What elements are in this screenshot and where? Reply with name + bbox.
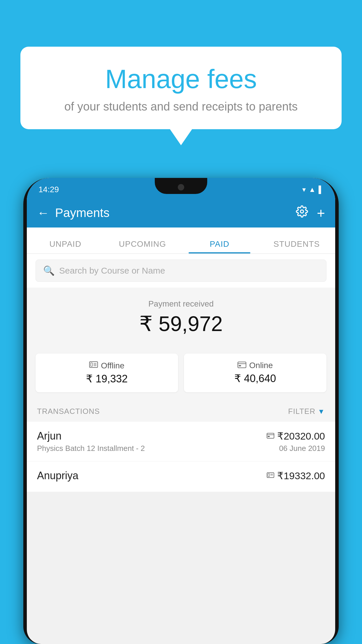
tab-paid[interactable]: PAID [181,239,258,253]
svg-point-0 [301,210,304,213]
online-amount: ₹ 40,640 [190,372,321,385]
tabs-bar: UNPAID UPCOMING PAID STUDENTS [27,228,335,254]
payment-received-label: Payment received [36,299,326,309]
payment-received-amount: ₹ 59,972 [36,312,326,336]
transaction-amount: ₹19332.00 [277,470,325,482]
transaction-amount-wrapper: ₹20320.00 [267,430,325,442]
offline-icon [89,361,98,370]
transaction-item[interactable]: Arjun ₹20320.00 Physics Batch 12 Install… [27,422,335,461]
signal-icon: ▲ [309,186,316,194]
phone-notch [155,178,207,194]
svg-rect-6 [238,362,246,368]
transaction-row-top: Arjun ₹20320.00 [37,430,325,442]
top-bar: ← Payments + [27,198,335,228]
payment-received-section: Payment received ₹ 59,972 [27,288,335,354]
payment-cards: Offline ₹ 19,332 Online ₹ [27,354,335,401]
transaction-name: Arjun [37,430,61,442]
filter-text: FILTER [288,407,316,416]
transaction-amount-wrapper: ₹19332.00 [267,470,325,482]
back-button[interactable]: ← [37,206,49,220]
transaction-course: Physics Batch 12 Installment - 2 [37,444,145,453]
svg-rect-9 [267,433,274,438]
svg-rect-13 [268,474,270,477]
payment-type-icon [267,471,274,480]
status-icons: ▾ ▲ ▌ [302,186,324,194]
offline-card: Offline ₹ 19,332 [36,354,178,392]
online-icon [238,361,246,370]
svg-rect-2 [91,363,92,366]
bubble-title: Manage fees [35,64,327,94]
filter-button[interactable]: FILTER ▼ [288,407,325,416]
tab-upcoming[interactable]: UPCOMING [104,239,181,253]
online-card: Online ₹ 40,640 [184,354,326,392]
online-label: Online [249,361,273,370]
offline-card-header: Offline [41,361,172,370]
online-card-header: Online [190,361,321,370]
tab-students[interactable]: STUDENTS [258,239,335,253]
transactions-label: TRANSACTIONS [37,407,100,416]
transactions-header: TRANSACTIONS FILTER ▼ [27,401,335,422]
bubble-subtitle: of your students and send receipts to pa… [35,100,327,113]
search-box[interactable]: 🔍 Search by Course or Name [36,260,326,282]
transaction-date: 06 June 2019 [279,444,325,453]
phone-frame: 14:29 ▾ ▲ ▌ ← Payments + [23,178,339,644]
transaction-name: Anupriya [37,470,78,482]
offline-label: Offline [101,361,124,370]
phone-screen: 14:29 ▾ ▲ ▌ ← Payments + [27,178,335,644]
speech-bubble: Manage fees of your students and send re… [20,47,342,129]
transaction-item[interactable]: Anupriya ₹19332.00 [27,461,335,492]
camera [178,184,184,190]
search-input[interactable]: Search by Course or Name [59,266,165,276]
transaction-row-top: Anupriya ₹19332.00 [37,470,325,482]
tab-unpaid[interactable]: UNPAID [27,239,104,253]
transaction-row-bottom: Physics Batch 12 Installment - 2 06 June… [37,444,325,453]
top-bar-actions: + [296,205,325,221]
search-icon: 🔍 [43,265,55,276]
battery-icon: ▌ [319,186,324,194]
search-container: 🔍 Search by Course or Name [27,254,335,288]
payment-type-icon [267,431,274,441]
transaction-amount: ₹20320.00 [277,430,325,442]
svg-rect-11 [268,436,270,437]
settings-icon[interactable] [296,205,308,220]
wifi-icon: ▾ [302,186,306,194]
filter-icon: ▼ [318,407,325,416]
status-time: 14:29 [38,185,59,194]
page-title: Payments [55,206,290,220]
offline-amount: ₹ 19,332 [41,373,172,385]
add-icon[interactable]: + [317,205,325,221]
svg-rect-8 [239,365,241,366]
